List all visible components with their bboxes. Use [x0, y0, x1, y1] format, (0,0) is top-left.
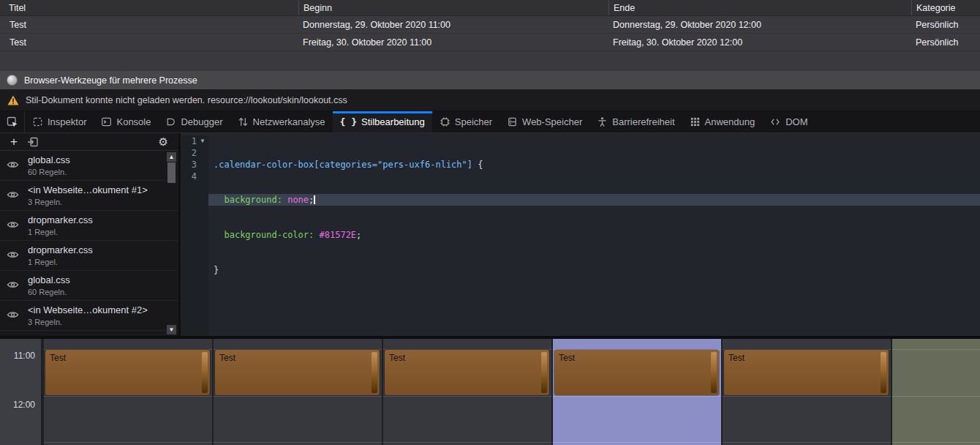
- debugger-icon: [165, 116, 176, 127]
- code-line-3: background-color: #81572E;: [208, 229, 980, 241]
- event-list-table: Titel Beginn Ende Kategorie Test Donners…: [0, 0, 980, 71]
- accessibility-person-icon: [597, 116, 608, 127]
- column-header-ende[interactable]: Ende: [608, 0, 911, 15]
- import-stylesheet-button[interactable]: [23, 136, 42, 148]
- column-header-kategorie[interactable]: Kategorie: [911, 0, 980, 15]
- time-label-11: 11:00: [14, 351, 35, 361]
- tab-debugger[interactable]: Debugger: [158, 111, 230, 132]
- day-column[interactable]: Test: [721, 339, 891, 445]
- tab-label: Web-Speicher: [522, 116, 582, 127]
- cell-beginn: Donnerstag, 29. Oktober 2020 11:00: [298, 20, 608, 30]
- day-column[interactable]: Test: [382, 339, 551, 445]
- options-gear-icon[interactable]: ⚙: [159, 135, 174, 149]
- day-column[interactable]: Test: [42, 339, 212, 445]
- eye-visibility-icon[interactable]: [7, 280, 19, 293]
- new-stylesheet-button[interactable]: +: [4, 135, 23, 148]
- tab-barrierefreiheit[interactable]: Barrierefreiheit: [589, 111, 682, 132]
- tab-web-speicher[interactable]: Web-Speicher: [500, 111, 589, 132]
- event-gradient-grip: [881, 352, 886, 393]
- import-icon: [27, 136, 39, 148]
- calendar-event[interactable]: Test: [45, 350, 210, 395]
- text-cursor: [314, 195, 315, 204]
- stylesheet-item[interactable]: global.css 60 Regeln.: [0, 271, 178, 301]
- dom-angle-brackets-icon: [769, 116, 781, 127]
- code-text[interactable]: .calendar-color-box[categories="pers-uxf…: [208, 135, 980, 336]
- stylesheet-item[interactable]: <in Webseite…okument #2> 3 Regeln.: [0, 301, 178, 331]
- calendar-time-gutter: 11:00 12:00: [0, 339, 42, 445]
- line-number: 4: [182, 171, 197, 182]
- memory-chip-icon: [440, 116, 451, 127]
- tab-label: Netzwerkanalyse: [253, 116, 325, 127]
- stylesheet-item[interactable]: global.css 60 Regeln.: [0, 151, 178, 181]
- line-number: 2: [182, 147, 197, 159]
- stylesheet-item[interactable]: dropmarker.css: [0, 331, 178, 336]
- day-column-selected[interactable]: Test: [551, 339, 721, 445]
- eye-visibility-icon[interactable]: [7, 160, 19, 173]
- code-line-4: }: [208, 264, 980, 276]
- style-editor-panel: + ⚙ global.css 60 Regeln. <in Webseite…o…: [0, 133, 980, 338]
- table-row[interactable]: Test Donnerstag, 29. Oktober 2020 11:00 …: [0, 16, 980, 34]
- calendar-week-view: 11:00 12:00 Test Test Test: [0, 338, 980, 445]
- inspector-icon: [32, 116, 43, 127]
- calendar-event[interactable]: Test: [724, 350, 889, 395]
- line-number: 3: [182, 159, 197, 171]
- stylesheet-warning-bar: Stil-Dokument konnte nicht geladen werde…: [0, 89, 980, 111]
- tab-label: Inspektor: [48, 116, 86, 127]
- stylesheet-item[interactable]: dropmarker.css 1 Regel.: [0, 211, 178, 241]
- event-title: Test: [554, 350, 719, 363]
- calendar-event[interactable]: Test: [554, 350, 719, 395]
- application-grid-icon: [690, 116, 701, 127]
- cell-kategorie: Persönlich: [911, 20, 980, 30]
- sidebar-toolbar: + ⚙: [0, 133, 178, 151]
- day-column[interactable]: Test: [212, 339, 382, 445]
- calendar-event[interactable]: Test: [385, 350, 549, 395]
- table-header-row: Titel Beginn Ende Kategorie: [0, 0, 980, 16]
- tab-netzwerkanalyse[interactable]: Netzwerkanalyse: [230, 111, 333, 132]
- sidebar-scrollbar[interactable]: ▲ ▼: [167, 152, 176, 334]
- tab-label: DOM: [785, 116, 807, 127]
- tab-stilbearbeitung[interactable]: { } Stilbearbeitung: [333, 111, 432, 132]
- eye-visibility-icon[interactable]: [7, 250, 19, 263]
- toolbox-title-bar: Browser-Werkzeuge für mehrere Prozesse: [0, 71, 980, 89]
- cell-titel: Test: [0, 20, 298, 30]
- tab-label: Konsole: [116, 116, 151, 127]
- code-line-2-active: background: none;: [208, 194, 980, 206]
- network-arrows-icon: [238, 116, 249, 127]
- browser-toolbox-window: Titel Beginn Ende Kategorie Test Donners…: [0, 0, 980, 445]
- stylesheet-list: global.css 60 Regeln. <in Webseite…okume…: [0, 151, 178, 336]
- pick-element-button[interactable]: [0, 111, 25, 132]
- tab-dom[interactable]: DOM: [762, 111, 815, 132]
- eye-visibility-icon[interactable]: [7, 220, 19, 233]
- tab-inspektor[interactable]: Inspektor: [25, 111, 94, 132]
- day-column-weekend[interactable]: [891, 339, 980, 445]
- storage-icon: [507, 116, 518, 127]
- tab-speicher[interactable]: Speicher: [432, 111, 500, 132]
- code-line-1: .calendar-color-box[categories="pers-uxf…: [208, 159, 980, 171]
- tab-label: Debugger: [181, 116, 222, 127]
- event-gradient-grip: [202, 352, 208, 393]
- column-header-titel[interactable]: Titel: [0, 0, 298, 15]
- eye-visibility-icon[interactable]: [7, 190, 19, 203]
- tab-konsole[interactable]: Konsole: [94, 111, 158, 132]
- pick-element-icon: [7, 116, 18, 128]
- event-title: Test: [45, 350, 210, 363]
- tab-label: Speicher: [455, 116, 492, 127]
- line-number-gutter: 1▼ 2 3 4: [181, 135, 208, 336]
- code-fold-arrow-icon[interactable]: ▼: [197, 135, 208, 147]
- stylesheet-item[interactable]: <in Webseite…okument #1> 3 Regeln.: [0, 181, 178, 211]
- tab-label: Anwendung: [705, 116, 755, 127]
- scrollbar-down-arrow-icon[interactable]: ▼: [167, 325, 176, 334]
- scrollbar-up-arrow-icon[interactable]: ▲: [167, 152, 176, 162]
- tab-label: Stilbearbeitung: [361, 116, 425, 127]
- calendar-event[interactable]: Test: [215, 350, 380, 395]
- warning-icon: [7, 95, 19, 105]
- event-gradient-grip: [711, 352, 717, 393]
- scrollbar-thumb[interactable]: [167, 162, 176, 183]
- stylesheet-item[interactable]: dropmarker.css 1 Regel.: [0, 241, 178, 271]
- column-header-beginn[interactable]: Beginn: [298, 0, 608, 15]
- browser-process-icon: [7, 75, 18, 86]
- eye-visibility-icon[interactable]: [7, 310, 19, 323]
- table-row[interactable]: Test Freitag, 30. Oktober 2020 11:00 Fre…: [0, 34, 980, 51]
- css-source-editor[interactable]: 1▼ 2 3 4 .calendar-color-box[categories=…: [181, 133, 980, 336]
- tab-anwendung[interactable]: Anwendung: [682, 111, 763, 132]
